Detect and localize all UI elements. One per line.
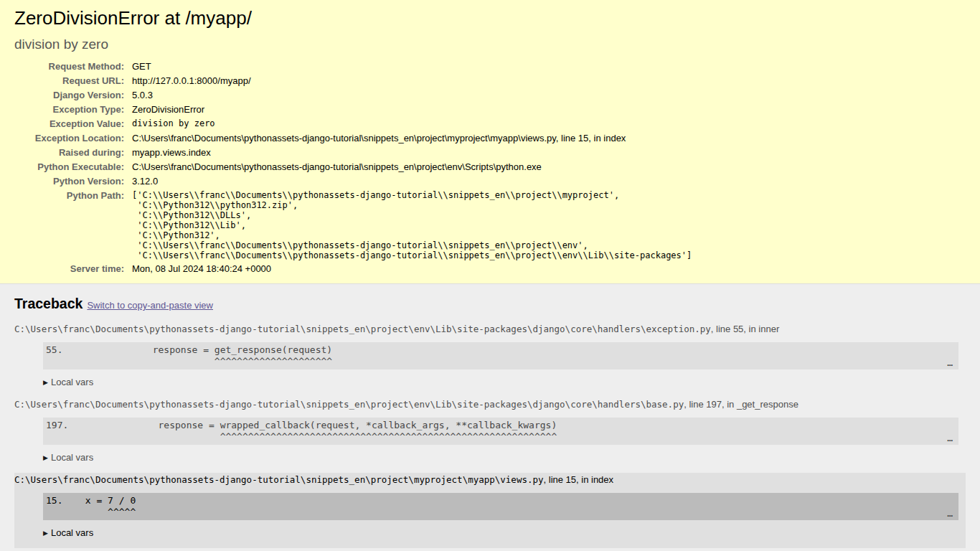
table-row: Raised during: myapp.views.index bbox=[14, 146, 694, 160]
table-row: Python Executable: C:\Users\franc\Docume… bbox=[14, 160, 694, 174]
traceback-title: Traceback bbox=[14, 296, 83, 311]
meta-label: Request Method: bbox=[14, 60, 130, 74]
meta-label: Exception Value: bbox=[14, 117, 130, 131]
source-context: 15. x = 7 / 0 ^^^^^ … bbox=[14, 486, 966, 527]
frame-header: C:\Users\franc\Documents\pythonassets-dj… bbox=[14, 322, 966, 335]
table-row: Exception Location: C:\Users\franc\Docum… bbox=[14, 131, 694, 146]
page-title: ZeroDivisionError at /myapp/ bbox=[14, 7, 966, 29]
traceback-heading: TracebackSwitch to copy-and-paste view bbox=[14, 296, 966, 312]
exception-value-pre: division by zero bbox=[132, 118, 692, 128]
local-vars-label: Local vars bbox=[51, 377, 93, 387]
switch-view-link[interactable]: Switch to copy-and-paste view bbox=[87, 300, 213, 311]
source-context: 55. response = get_response(request) ^^^… bbox=[14, 335, 966, 377]
meta-label: Raised during: bbox=[14, 146, 130, 160]
meta-value: ['C:\\Users\\franc\\Documents\\pythonass… bbox=[130, 189, 694, 262]
local-vars-toggle[interactable]: ▶Local vars bbox=[43, 377, 966, 388]
source-context-line[interactable]: 55. response = get_response(request) ^^^… bbox=[43, 342, 958, 369]
meta-value: C:\Users\franc\Documents\pythonassets-dj… bbox=[130, 131, 694, 146]
meta-label: Request URL: bbox=[14, 74, 130, 88]
meta-label: Python Version: bbox=[14, 174, 130, 189]
chevron-right-icon: ▶ bbox=[43, 454, 48, 461]
python-path-pre: ['C:\\Users\\franc\\Documents\\pythonass… bbox=[132, 190, 692, 260]
frame-file-path: C:\Users\franc\Documents\pythonassets-dj… bbox=[14, 474, 544, 485]
summary-panel: ZeroDivisionError at /myapp/ division by… bbox=[0, 0, 980, 284]
local-vars-label: Local vars bbox=[51, 527, 93, 538]
local-vars-toggle[interactable]: ▶Local vars bbox=[43, 452, 966, 463]
meta-value: Mon, 08 Jul 2024 18:40:24 +0000 bbox=[130, 262, 694, 276]
frame-location: , line 15, in index bbox=[544, 474, 614, 485]
frame-location: , line 197, in _get_response bbox=[684, 399, 798, 410]
frame-header: C:\Users\franc\Documents\pythonassets-dj… bbox=[14, 397, 966, 410]
source-code: 15. x = 7 / 0 ^^^^^ bbox=[46, 495, 956, 518]
source-context-line[interactable]: 197. response = wrapped_callback(request… bbox=[43, 418, 958, 445]
table-row: Exception Value: division by zero bbox=[14, 117, 694, 131]
meta-label: Python Path: bbox=[14, 189, 130, 262]
table-row: Server time: Mon, 08 Jul 2024 18:40:24 +… bbox=[14, 262, 694, 276]
meta-label: Django Version: bbox=[14, 88, 130, 103]
meta-value: division by zero bbox=[130, 117, 694, 131]
source-context: 197. response = wrapped_callback(request… bbox=[14, 410, 966, 452]
expand-context-ellipsis[interactable]: … bbox=[947, 357, 953, 368]
frame-file-path: C:\Users\franc\Documents\pythonassets-dj… bbox=[14, 399, 684, 410]
table-row: Python Version: 3.12.0 bbox=[14, 174, 694, 189]
frame-header: C:\Users\franc\Documents\pythonassets-dj… bbox=[14, 473, 966, 486]
meta-label: Server time: bbox=[14, 262, 130, 276]
meta-value: ZeroDivisionError bbox=[130, 103, 694, 117]
exception-value-subtitle: division by zero bbox=[14, 37, 966, 52]
table-row: Exception Type: ZeroDivisionError bbox=[14, 103, 694, 117]
meta-value: myapp.views.index bbox=[130, 146, 694, 160]
table-row: Request Method: GET bbox=[14, 60, 694, 74]
meta-value: GET bbox=[130, 60, 694, 74]
chevron-right-icon: ▶ bbox=[43, 379, 48, 386]
local-vars-toggle[interactable]: ▶Local vars bbox=[43, 527, 966, 539]
traceback-panel: TracebackSwitch to copy-and-paste view C… bbox=[0, 284, 980, 551]
request-meta-table: Request Method: GET Request URL: http://… bbox=[14, 60, 694, 276]
meta-label: Exception Type: bbox=[14, 103, 130, 117]
source-context-line[interactable]: 15. x = 7 / 0 ^^^^^ … bbox=[43, 493, 958, 520]
expand-context-ellipsis[interactable]: … bbox=[947, 433, 953, 443]
source-code: 55. response = get_response(request) ^^^… bbox=[46, 344, 956, 367]
source-code: 197. response = wrapped_callback(request… bbox=[46, 420, 956, 443]
meta-value: 3.12.0 bbox=[130, 174, 694, 189]
expand-context-ellipsis[interactable]: … bbox=[947, 508, 953, 519]
traceback-frames: C:\Users\franc\Documents\pythonassets-dj… bbox=[14, 322, 966, 548]
meta-value: C:\Users\franc\Documents\pythonassets-dj… bbox=[130, 160, 694, 174]
traceback-frame-exception-py: C:\Users\franc\Documents\pythonassets-dj… bbox=[14, 322, 966, 397]
table-row: Python Path: ['C:\\Users\\franc\\Documen… bbox=[14, 189, 694, 262]
traceback-frame-views-py: C:\Users\franc\Documents\pythonassets-dj… bbox=[14, 473, 966, 548]
table-row: Request URL: http://127.0.0.1:8000/myapp… bbox=[14, 74, 694, 88]
meta-value: http://127.0.0.1:8000/myapp/ bbox=[130, 74, 694, 88]
chevron-right-icon: ▶ bbox=[43, 529, 48, 537]
local-vars-label: Local vars bbox=[51, 452, 93, 463]
frame-location: , line 55, in inner bbox=[711, 324, 779, 334]
meta-label: Exception Location: bbox=[14, 131, 130, 146]
frame-file-path: C:\Users\franc\Documents\pythonassets-dj… bbox=[14, 324, 711, 334]
meta-label: Python Executable: bbox=[14, 160, 130, 174]
meta-value: 5.0.3 bbox=[130, 88, 694, 103]
table-row: Django Version: 5.0.3 bbox=[14, 88, 694, 103]
traceback-frame-base-py: C:\Users\franc\Documents\pythonassets-dj… bbox=[14, 397, 966, 473]
